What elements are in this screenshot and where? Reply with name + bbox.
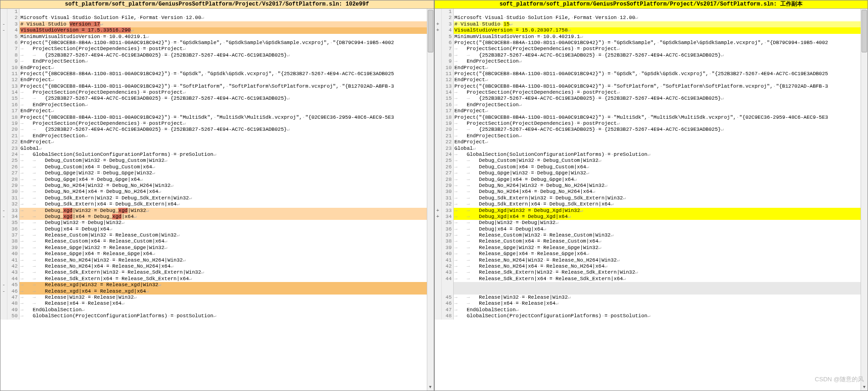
code-line[interactable]: 39→ → Release_Gpge|Win32·=·Release_Gpge|… [435,245,868,251]
code-line[interactable]: -33→ → Debug_xgd|Win32·=·Debug_xgd|Win32… [0,208,434,214]
code-line[interactable]: 45→ → Release|Win32·=·Release|Win32↵ [435,295,868,301]
code-line[interactable]: 35→ → Debug|Win32·=·Debug|Win32↵ [435,220,868,226]
code-line[interactable]: -4VisualStudioVersion·=·17.5.33516.290↵ [0,27,434,33]
code-line[interactable]: 7→ ProjectSection(ProjectDependencies)·=… [435,46,868,52]
code-line[interactable]: +3#·Visual·Studio·15↵ [435,21,868,27]
code-line[interactable]: 29→ → Debug_No_H264|Win32·=·Debug_No_H26… [0,183,434,189]
code-line[interactable] [435,282,868,288]
code-line[interactable]: 11Project("{8BC9CEB8-8B4A-11D0-8D11-00A0… [435,71,868,77]
left-body[interactable]: 12Microsoft·Visual·Studio·Solution·File,… [0,9,434,391]
code-line[interactable]: 17EndProject↵ [435,108,868,114]
code-line[interactable]: 41→ → Release_No_H264|Win32·=·Release_No… [435,257,868,263]
code-line[interactable]: 25→ → Debug_Custom|Win32·=·Debug_Custom|… [435,158,868,164]
code-line[interactable]: 41→ → Release_No_H264|Win32·=·Release_No… [0,257,434,263]
code-line[interactable]: 5MinimumVisualStudioVersion·=·10.0.40219… [435,34,868,40]
code-line[interactable]: 48→ → Release|x64·=·Release|x64↵ [0,301,434,307]
code-line[interactable]: 30→ → Debug_No_H264|x64·=·Debug_No_H264|… [435,189,868,195]
code-line[interactable]: 21→ EndProjectSection↵ [0,133,434,139]
code-line[interactable]: 5MinimumVisualStudioVersion·=·10.0.40219… [0,34,434,40]
code-line[interactable]: 9→ EndProjectSection↵ [435,58,868,64]
code-line[interactable]: 24→ GlobalSection(SolutionConfigurationP… [435,152,868,158]
code-line[interactable]: 28→ → Debug_Gpge|x64·=·Debug_Gpge|x64↵ [0,177,434,183]
code-line[interactable]: 23Global↵ [0,146,434,152]
code-line[interactable]: +4VisualStudioVersion·=·15.0.28307.1758↵ [435,27,868,33]
code-line[interactable]: 19→ ProjectSection(ProjectDependencies)·… [0,121,434,127]
code-line[interactable]: 2Microsoft·Visual·Studio·Solution·File,·… [435,15,868,21]
code-line[interactable]: 10EndProject↵ [0,65,434,71]
code-line[interactable]: 13Project("{8BC9CEB8-8B4A-11D0-8D11-00A0… [435,83,868,90]
code-line[interactable]: +34→ → Debug_Xgd|x64·=·Debug_Xgd|x64↵ [435,214,868,220]
code-line[interactable]: -34→ → Debug_xgd|x64·=·Debug_xgd|x64↵ [0,214,434,220]
code-line[interactable]: 32→ → Debug_Sdk_Extern|x64·=·Debug_Sdk_E… [0,201,434,207]
code-line[interactable]: 20→ → {252B3B27-5267-4E94-AC7C-6C19E3ADB… [435,127,868,133]
code-line[interactable]: 46→ → Release|x64·=·Release|x64↵ [435,301,868,307]
code-line[interactable]: 40→ → Release_Gpge|x64·=·Release_Gpge|x6… [435,251,868,257]
code-line[interactable]: 1 [0,9,434,15]
code-line[interactable]: 19→ ProjectSection(ProjectDependencies)·… [435,121,868,127]
code-line[interactable]: 18Project("{8BC9CEB8-8B4A-11D0-8D11-00A0… [435,115,868,121]
code-line[interactable]: 40→ → Release_Gpge|x64·=·Release_Gpge|x6… [0,251,434,257]
code-line[interactable]: 42→ → Release_No_H264|x64·=·Release_No_H… [0,263,434,269]
scroll-down-icon[interactable]: ▼ [427,384,434,391]
right-body[interactable]: 12Microsoft·Visual·Studio·Solution·File,… [435,9,868,391]
code-line[interactable]: 6Project("{8BC9CEB8-8B4A-11D0-8D11-00A0C… [435,40,868,46]
code-line[interactable]: 18Project("{8BC9CEB8-8B4A-11D0-8D11-00A0… [0,115,434,121]
code-line[interactable]: 26→ → Debug_Custom|x64·=·Debug_Custom|x6… [0,164,434,170]
code-line[interactable]: 31→ → Debug_Sdk_Extern|Win32·=·Debug_Sdk… [435,195,868,201]
scroll-thumb[interactable] [428,10,433,52]
code-line[interactable]: 28→ → Debug_Gpge|x64·=·Debug_Gpge|x64↵ [435,177,868,183]
code-line[interactable]: 22EndProject↵ [0,139,434,145]
code-line[interactable]: 47→ EndGlobalSection↵ [435,307,868,313]
code-line[interactable]: 14→ ProjectSection(ProjectDependencies)·… [435,90,868,96]
code-line[interactable]: 9→ EndProjectSection↵ [0,58,434,64]
code-line[interactable]: 32→ → Debug_Sdk_Extern|x64·=·Debug_Sdk_E… [435,201,868,207]
code-line[interactable]: 7→ ProjectSection(ProjectDependencies)·=… [0,46,434,52]
code-line[interactable]: 35→ → Debug|Win32·=·Debug|Win32↵ [0,220,434,226]
code-line[interactable]: 37→ → Release_Custom|Win32·=·Release_Cus… [0,232,434,238]
code-line[interactable]: 44→ → Release_Sdk_Extern|x64·=·Release_S… [0,276,434,282]
code-line[interactable]: 43→ → Release_Sdk_Extern|Win32·=·Release… [435,269,868,276]
code-line[interactable]: 31→ → Debug_Sdk_Extern|Win32·=·Debug_Sdk… [0,195,434,201]
code-line[interactable]: -45→ → Release_xgd|Win32·=·Release_xgd|W… [0,282,434,288]
code-line[interactable]: 16→ EndProjectSection↵ [0,102,434,108]
code-line[interactable] [435,288,868,295]
code-line[interactable]: +33→ → Debug_Xgd|Win32·=·Debug_Xgd|Win32… [435,208,868,214]
code-line[interactable]: 22EndProject↵ [435,139,868,145]
code-line[interactable]: -46→ → Release_xgd|x64·=·Release_xgd|x64… [0,288,434,295]
code-line[interactable]: 20→ → {252B3B27-5267-4E94-AC7C-6C19E3ADB… [0,127,434,133]
code-line[interactable]: 27→ → Debug_Gpge|Win32·=·Debug_Gpge|Win3… [0,170,434,176]
code-line[interactable]: 8→ → {252B3B27-5267-4E94-AC7C-6C19E3ADB0… [0,52,434,58]
code-line[interactable]: 43→ → Release_Sdk_Extern|Win32·=·Release… [0,269,434,276]
code-line[interactable]: 42→ → Release_No_H264|x64·=·Release_No_H… [435,263,868,269]
right-scrollbar-v[interactable]: ▲ ▼ [861,9,868,391]
code-line[interactable]: 27→ → Debug_Gpge|Win32·=·Debug_Gpge|Win3… [435,170,868,176]
code-line[interactable]: 6Project("{8BC9CEB8-8B4A-11D0-8D11-00A0C… [0,40,434,46]
code-line[interactable]: 29→ → Debug_No_H264|Win32·=·Debug_No_H26… [435,183,868,189]
code-line[interactable]: 24→ GlobalSection(SolutionConfigurationP… [0,152,434,158]
code-line[interactable]: 12EndProject↵ [435,77,868,83]
code-line[interactable]: 44→ → Release_Sdk_Extern|x64·=·Release_S… [435,276,868,282]
code-line[interactable]: 17EndProject↵ [0,108,434,114]
code-line[interactable]: 23Global↵ [435,146,868,152]
code-line[interactable]: 1 [435,9,868,15]
code-line[interactable]: 14→ ProjectSection(ProjectDependencies)·… [0,90,434,96]
code-line[interactable]: -3#·Visual·Studio·Version·17↵ [0,21,434,27]
code-line[interactable]: 50→ GlobalSection(ProjectConfigurationPl… [0,313,434,319]
code-line[interactable]: 2Microsoft·Visual·Studio·Solution·File,·… [0,15,434,21]
code-line[interactable]: 12EndProject↵ [0,77,434,83]
code-line[interactable]: 26→ → Debug_Custom|x64·=·Debug_Custom|x6… [435,164,868,170]
left-scrollbar-v[interactable]: ▲ ▼ [427,9,434,391]
code-line[interactable]: 30→ → Debug_No_H264|x64·=·Debug_No_H264|… [0,189,434,195]
code-line[interactable]: 8→ → {252B3B27-5267-4E94-AC7C-6C19E3ADB0… [435,52,868,58]
code-line[interactable]: 38→ → Release_Custom|x64·=·Release_Custo… [435,238,868,244]
code-line[interactable]: 36→ → Debug|x64·=·Debug|x64↵ [435,226,868,232]
code-line[interactable]: 47→ → Release|Win32·=·Release|Win32↵ [0,295,434,301]
code-line[interactable]: 11Project("{8BC9CEB8-8B4A-11D0-8D11-00A0… [0,71,434,77]
code-line[interactable]: 37→ → Release_Custom|Win32·=·Release_Cus… [435,232,868,238]
scroll-thumb[interactable] [862,10,867,52]
code-line[interactable]: 13Project("{8BC9CEB8-8B4A-11D0-8D11-00A0… [0,83,434,90]
code-line[interactable]: 38→ → Release_Custom|x64·=·Release_Custo… [0,238,434,244]
code-line[interactable]: 36→ → Debug|x64·=·Debug|x64↵ [0,226,434,232]
code-line[interactable]: 21→ EndProjectSection↵ [435,133,868,139]
code-line[interactable]: 16→ EndProjectSection↵ [435,102,868,108]
